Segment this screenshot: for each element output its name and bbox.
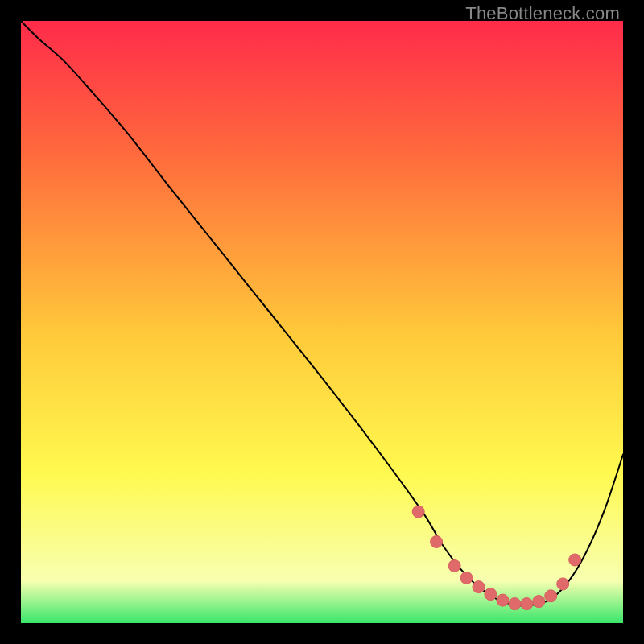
valley-marker	[533, 596, 545, 608]
bottleneck-chart	[21, 21, 623, 623]
chart-background	[21, 21, 623, 623]
valley-marker	[412, 506, 424, 518]
valley-marker	[473, 581, 485, 593]
valley-marker	[497, 594, 509, 606]
valley-marker	[431, 536, 443, 548]
valley-marker	[545, 590, 557, 602]
valley-marker	[460, 572, 473, 584]
valley-marker	[569, 554, 581, 566]
valley-marker	[557, 578, 569, 590]
valley-marker	[448, 559, 460, 572]
watermark-text: TheBottleneck.com	[465, 3, 620, 24]
valley-marker	[521, 598, 533, 610]
valley-marker	[485, 588, 497, 601]
valley-marker	[509, 598, 521, 610]
chart-frame	[21, 21, 623, 623]
